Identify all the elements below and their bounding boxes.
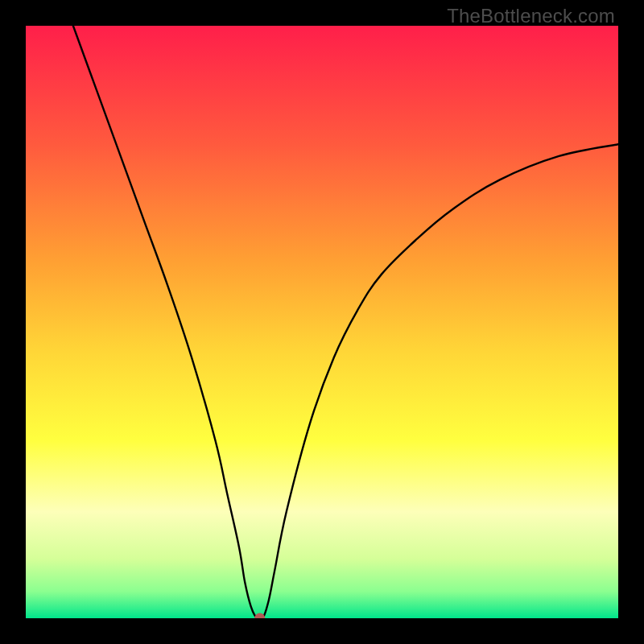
chart-frame: TheBottleneck.com — [0, 0, 644, 644]
plot-area — [26, 26, 618, 618]
bottleneck-chart — [26, 26, 618, 618]
gradient-background — [26, 26, 618, 618]
watermark-text: TheBottleneck.com — [447, 5, 615, 27]
